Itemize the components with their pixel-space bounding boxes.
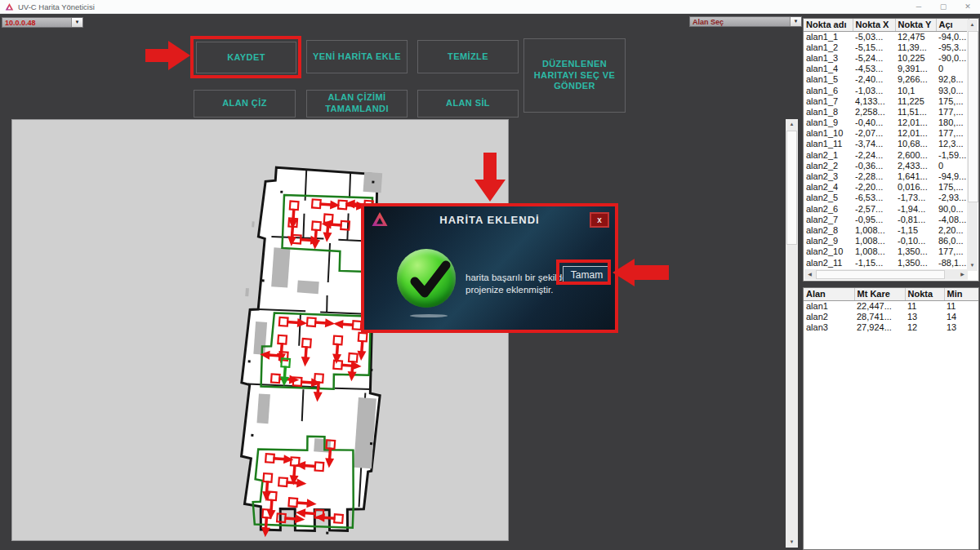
window-title: UV-C Harita Yöneticisi bbox=[18, 2, 95, 11]
table-cell: 177,... bbox=[936, 128, 969, 139]
points-horizontal-scrollbar[interactable]: ◀ ▶ bbox=[804, 269, 968, 280]
table-row[interactable]: alan1_4-4,53...9,391...0 bbox=[804, 64, 969, 74]
table-cell: alan1_10 bbox=[804, 128, 853, 139]
table-row[interactable]: alan1_5-2,40...9,266...92,8... bbox=[804, 74, 969, 85]
table-cell: -0,36... bbox=[853, 160, 895, 171]
table-row[interactable]: alan2_11-1,15...1,350...-88,1... bbox=[804, 257, 969, 268]
scroll-up-icon[interactable]: ▲ bbox=[967, 20, 978, 30]
table-row[interactable]: alan2_1-2,24...2,600...-1,59... bbox=[804, 149, 969, 160]
table-cell: 10,68... bbox=[895, 139, 936, 149]
table-cell: -94,0... bbox=[936, 31, 969, 42]
table-cell: -1,03... bbox=[853, 85, 895, 95]
scrollbar-thumb[interactable] bbox=[968, 31, 978, 202]
table-row[interactable]: alan1_82,258...11,51...177,... bbox=[804, 106, 969, 117]
table-cell: 10,1 bbox=[895, 85, 936, 95]
tamam-button[interactable]: Tamam bbox=[563, 266, 611, 285]
table-cell: alan1_7 bbox=[804, 95, 853, 106]
yeni-harita-ekle-button[interactable]: YENİ HARİTA EKLE bbox=[306, 40, 408, 73]
table-cell: 12,01... bbox=[895, 118, 936, 128]
duzenlenen-haritayi-sec-ve-gonder-button[interactable]: DÜZENLENEN HARITAYI SEÇ VE GÖNDER bbox=[523, 38, 626, 113]
table-row[interactable]: alan1_10-2,07...12,01...177,... bbox=[804, 128, 969, 139]
alan-ciz-button[interactable]: ALAN ÇİZ bbox=[194, 90, 296, 118]
table-row[interactable]: alan2_4-2,20...0,016...175,... bbox=[804, 182, 969, 193]
scroll-left-icon[interactable]: ◀ bbox=[804, 269, 815, 280]
chevron-down-icon[interactable]: ▼ bbox=[71, 18, 82, 27]
table-row[interactable]: alan1_2-5,15...11,39...-95,3... bbox=[804, 42, 969, 52]
column-header[interactable]: Min bbox=[944, 288, 978, 300]
table-row[interactable]: alan2_2-0,36...2,433...0 bbox=[804, 160, 969, 171]
table-cell: -2,57... bbox=[853, 203, 895, 214]
alan-cizimi-tamamlandi-button[interactable]: ALAN ÇİZİMİ TAMAMLANDI bbox=[306, 90, 408, 118]
column-header[interactable]: Mt Kare bbox=[854, 288, 905, 300]
scroll-down-icon[interactable]: ▼ bbox=[967, 260, 978, 271]
table-cell: -0,40... bbox=[853, 118, 895, 128]
table-cell: 86,0... bbox=[936, 236, 969, 246]
table-cell: -2,20... bbox=[853, 182, 895, 193]
table-cell: 9,391... bbox=[895, 64, 936, 74]
maximize-icon[interactable]: ▢ bbox=[931, 0, 956, 14]
table-row[interactable]: alan1_6-1,03...10,193,0... bbox=[804, 85, 969, 95]
temizle-button[interactable]: TEMİZLE bbox=[417, 40, 519, 73]
column-header[interactable]: Alan bbox=[804, 288, 854, 300]
table-cell: alan2_10 bbox=[804, 246, 853, 257]
table-cell: 12,475 bbox=[895, 31, 936, 42]
table-cell: -5,24... bbox=[853, 52, 895, 63]
table-cell: -1,94... bbox=[895, 203, 936, 214]
scroll-up-icon[interactable]: ▲ bbox=[786, 119, 798, 130]
column-header[interactable]: Açı bbox=[936, 19, 969, 31]
table-cell: 11 bbox=[905, 300, 944, 311]
scrollbar-thumb[interactable] bbox=[816, 270, 945, 279]
table-row[interactable]: alan2_7-0,95...-0,81...-4,08... bbox=[804, 214, 969, 224]
table-row[interactable]: alan228,741...1314 bbox=[804, 311, 978, 322]
table-row[interactable]: alan2_101,008...1,350...177,... bbox=[804, 246, 969, 257]
scrollbar-thumb[interactable] bbox=[786, 131, 797, 245]
table-row[interactable]: alan122,447...1111 bbox=[804, 300, 978, 311]
points-vertical-scrollbar[interactable]: ▲ ▼ bbox=[967, 20, 978, 271]
close-icon[interactable]: ✕ bbox=[956, 0, 980, 14]
table-cell: alan2_4 bbox=[804, 182, 853, 193]
table-row[interactable]: alan1_3-5,24...10,225-90,0... bbox=[804, 52, 969, 63]
table-cell: 93,0... bbox=[936, 85, 969, 95]
table-row[interactable]: alan1_74,133...11,225175,... bbox=[804, 95, 969, 106]
areas-table: AlanMt KareNoktaMin alan122,447...1111al… bbox=[804, 288, 979, 333]
table-cell: 27,924... bbox=[854, 322, 905, 332]
column-header[interactable]: Nokta bbox=[905, 288, 944, 300]
table-cell: 11,39... bbox=[895, 42, 936, 52]
areas-table-panel: AlanMt KareNoktaMin alan122,447...1111al… bbox=[803, 287, 979, 550]
scroll-down-icon[interactable]: ▼ bbox=[786, 537, 798, 548]
area-select-combobox[interactable]: Alan Seç ▼ bbox=[689, 16, 802, 27]
map-vertical-scrollbar[interactable]: ▲ ▼ bbox=[786, 119, 798, 548]
table-row[interactable]: alan1_1-5,03...12,475-94,0... bbox=[804, 31, 969, 42]
table-cell: -0,10... bbox=[895, 236, 936, 246]
table-row[interactable]: alan2_5-6,53...-1,73...-2,93... bbox=[804, 193, 969, 203]
table-row[interactable]: alan1_11-3,74...10,68...12,3... bbox=[804, 139, 969, 149]
kaydet-button[interactable]: KAYDET bbox=[196, 42, 296, 73]
column-header[interactable]: Nokta Y bbox=[895, 19, 936, 31]
table-cell: -2,07... bbox=[853, 128, 895, 139]
table-cell: -5,15... bbox=[853, 42, 895, 52]
table-cell: 13 bbox=[944, 322, 978, 332]
table-row[interactable]: alan1_9-0,40...12,01...180,... bbox=[804, 118, 969, 128]
table-row[interactable]: alan2_81,008...-1,152,20... bbox=[804, 224, 969, 235]
table-cell: 14 bbox=[944, 311, 978, 322]
table-row[interactable]: alan2_91,008...-0,10...86,0... bbox=[804, 236, 969, 246]
alan-sil-button[interactable]: ALAN SİL bbox=[417, 90, 519, 118]
table-row[interactable]: alan2_3-2,28...1,641...-94,9... bbox=[804, 171, 969, 181]
table-cell: -90,0... bbox=[936, 52, 969, 63]
table-cell: -6,53... bbox=[853, 193, 895, 203]
column-header[interactable]: Nokta adı bbox=[804, 19, 853, 31]
table-row[interactable]: alan2_6-2,57...-1,94...90,0... bbox=[804, 203, 969, 214]
scroll-right-icon[interactable]: ▶ bbox=[957, 269, 968, 280]
table-cell: 175,... bbox=[936, 182, 969, 193]
ip-address-combobox[interactable]: 10.0.0.48 ▼ bbox=[2, 17, 83, 28]
table-cell: alan2_11 bbox=[804, 257, 853, 268]
table-cell: 2,433... bbox=[895, 160, 936, 171]
table-cell: -1,73... bbox=[895, 193, 936, 203]
table-cell: 175,... bbox=[936, 95, 969, 106]
ip-address-value: 10.0.0.48 bbox=[2, 19, 71, 27]
chevron-down-icon[interactable]: ▼ bbox=[790, 17, 801, 26]
column-header[interactable]: Nokta X bbox=[853, 19, 895, 31]
table-row[interactable]: alan327,924...1213 bbox=[804, 322, 978, 332]
dialog-close-button[interactable]: x bbox=[590, 212, 609, 228]
minimize-icon[interactable]: ─ bbox=[906, 0, 931, 14]
